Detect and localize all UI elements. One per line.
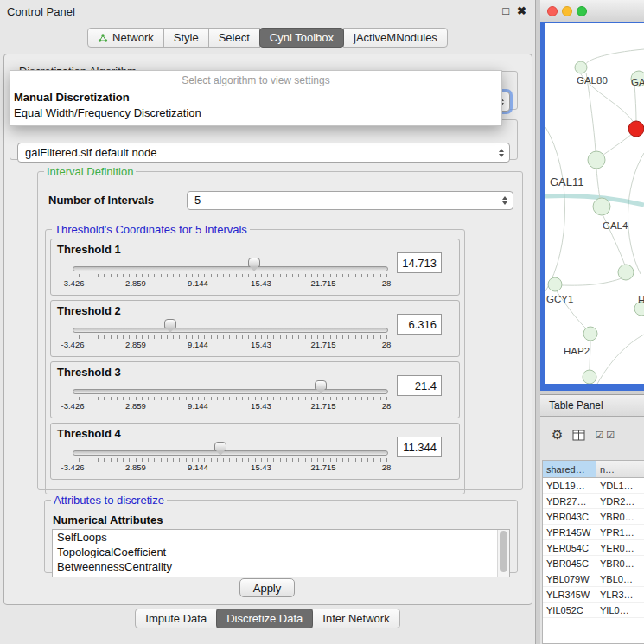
- network-node[interactable]: [618, 265, 634, 280]
- table-header-row: shared… n…: [543, 461, 644, 478]
- numerical-attributes-list[interactable]: SelfLoops TopologicalCoefficient Between…: [52, 529, 510, 577]
- table-row[interactable]: YIL052C YIL0…: [543, 603, 644, 618]
- table-data-combobox[interactable]: galFiltered.sif default node: [17, 143, 510, 163]
- table-cell[interactable]: YER0…: [596, 540, 644, 556]
- threshold-value-field[interactable]: [397, 252, 442, 273]
- table-cell[interactable]: YDL1…: [596, 478, 644, 494]
- tab-label: Network: [112, 31, 154, 44]
- slider-thumb[interactable]: [248, 258, 260, 267]
- slider-thumb[interactable]: [315, 380, 327, 390]
- scrollbar-thumb[interactable]: [500, 531, 507, 572]
- table-row[interactable]: YLR345W YLR3…: [543, 587, 644, 603]
- table-row[interactable]: YBR045C YBR0…: [543, 556, 644, 571]
- tick-label: 28: [365, 278, 408, 288]
- network-node[interactable]: [588, 151, 605, 169]
- slider-track[interactable]: [73, 328, 388, 333]
- table-row[interactable]: YDL19… YDL1…: [543, 478, 644, 494]
- gear-icon[interactable]: ⚙: [552, 427, 563, 443]
- apply-button[interactable]: Apply: [239, 578, 295, 597]
- table-cell[interactable]: YPR145W: [543, 525, 596, 540]
- cyni-toolbox-panel: Discretization Algorithm Select algorith…: [3, 54, 532, 605]
- tab-infer-network[interactable]: Infer Network: [312, 609, 399, 628]
- selected-network-node[interactable]: [628, 121, 644, 137]
- table-cell[interactable]: YPR1…: [596, 525, 644, 540]
- table-cell[interactable]: YER054C: [543, 540, 596, 556]
- float-window-icon[interactable]: □: [502, 4, 509, 17]
- list-item[interactable]: BetweennessCentrality: [53, 559, 509, 574]
- table-cell[interactable]: YBL079W: [543, 571, 596, 587]
- list-scrollbar[interactable]: [497, 530, 509, 577]
- node-label: GCY1: [546, 294, 573, 304]
- table-cell[interactable]: YBR043C: [543, 509, 596, 525]
- close-icon[interactable]: ✖: [517, 4, 526, 17]
- columns-icon[interactable]: [572, 430, 585, 441]
- network-window-titlebar[interactable]: [540, 0, 644, 22]
- attributes-group-title: Attributes to discretize: [51, 494, 167, 507]
- slider-thumb[interactable]: [164, 319, 176, 328]
- table-cell[interactable]: YDR2…: [596, 494, 644, 509]
- tab-cyni-toolbox[interactable]: Cyni Toolbox: [259, 28, 344, 48]
- number-of-intervals-combobox[interactable]: 5: [187, 191, 513, 210]
- combobox-value: 5: [194, 194, 497, 207]
- tick-label: 21.715: [302, 462, 345, 472]
- slider-track[interactable]: [73, 450, 388, 456]
- slider-thumb[interactable]: [214, 442, 226, 451]
- node-label: GA: [631, 77, 644, 87]
- table-cell[interactable]: YLR345W: [543, 587, 596, 603]
- tab-network[interactable]: Network: [87, 28, 164, 48]
- table-cell[interactable]: YIL052C: [543, 603, 596, 618]
- tick-label: 9.144: [176, 401, 220, 411]
- table-cell[interactable]: YIL0…: [596, 603, 644, 618]
- control-panel-titlebar: Control Panel □ ✖: [0, 0, 535, 22]
- tick-label: 15.43: [239, 401, 283, 411]
- threshold-4-panel: Threshold 4 -3.426 2.859 9.144 15.43 21.…: [50, 423, 460, 480]
- numerical-attributes-label: Numerical Attributes: [53, 513, 163, 526]
- network-canvas[interactable]: GAL80 GA GAL11 GAL4 GCY1 H HAP2: [545, 23, 644, 384]
- close-traffic-light[interactable]: [547, 6, 558, 16]
- tab-style[interactable]: Style: [163, 28, 209, 48]
- zoom-traffic-light[interactable]: [577, 6, 587, 16]
- network-node[interactable]: [575, 61, 587, 73]
- table-cell[interactable]: YBR0…: [596, 556, 644, 571]
- tab-discretize-data[interactable]: Discretize Data: [216, 609, 313, 628]
- table-cell[interactable]: YLR3…: [596, 587, 644, 603]
- tab-select[interactable]: Select: [208, 28, 260, 48]
- tick-label: 2.859: [114, 340, 157, 349]
- tick-label: -3.426: [51, 340, 94, 349]
- minimize-traffic-light[interactable]: [562, 6, 572, 16]
- slider-track[interactable]: [73, 389, 388, 394]
- tab-jactivemnodules[interactable]: jActiveMNodules: [343, 28, 448, 48]
- tick-label: -3.426: [51, 278, 94, 288]
- network-icon: [98, 33, 108, 43]
- table-row[interactable]: YPR145W YPR1…: [543, 525, 644, 540]
- interval-definition-group: Interval Definition Number of Intervals …: [37, 165, 523, 490]
- dropdown-option-manual-discretization[interactable]: Manual Discretization: [10, 90, 501, 105]
- threshold-value-field[interactable]: [397, 314, 442, 335]
- network-node[interactable]: [583, 370, 596, 384]
- table-cell[interactable]: YDL19…: [543, 478, 596, 494]
- list-item[interactable]: SelfLoops: [53, 530, 509, 545]
- table-row[interactable]: YDR27… YDR2…: [543, 494, 644, 509]
- table-cell[interactable]: YDR27…: [543, 494, 596, 509]
- network-node[interactable]: [593, 198, 610, 215]
- network-node[interactable]: [583, 327, 597, 341]
- table-row[interactable]: YBR043C YBR0…: [543, 509, 644, 525]
- threshold-value-field[interactable]: [397, 375, 442, 396]
- column-header-name[interactable]: n…: [596, 461, 644, 478]
- list-item[interactable]: TopologicalCoefficient: [53, 545, 509, 559]
- tick-label: -3.426: [51, 401, 94, 411]
- column-header-shared-name[interactable]: shared…: [543, 461, 596, 478]
- table-row[interactable]: YER054C YER0…: [543, 540, 644, 556]
- dropdown-option-equal-width-frequency[interactable]: Equal Width/Frequency Discretization: [10, 105, 501, 121]
- slider-track[interactable]: [73, 266, 388, 271]
- select-checkboxes-icons[interactable]: ☑☑: [595, 430, 617, 441]
- tab-label: Cyni Toolbox: [270, 31, 334, 44]
- table-cell[interactable]: YBL0…: [596, 571, 644, 587]
- network-node[interactable]: [548, 277, 562, 291]
- table-cell[interactable]: YBR045C: [543, 556, 596, 571]
- table-cell[interactable]: YBR0…: [596, 509, 644, 525]
- threshold-value-field[interactable]: [397, 437, 442, 457]
- tab-impute-data[interactable]: Impute Data: [135, 609, 217, 628]
- table-panel-body: ⚙ ☑☑ shared… n… YDL19… YDL1… YDR27… YDR2…: [540, 417, 644, 644]
- table-row[interactable]: YBL079W YBL0…: [543, 571, 644, 587]
